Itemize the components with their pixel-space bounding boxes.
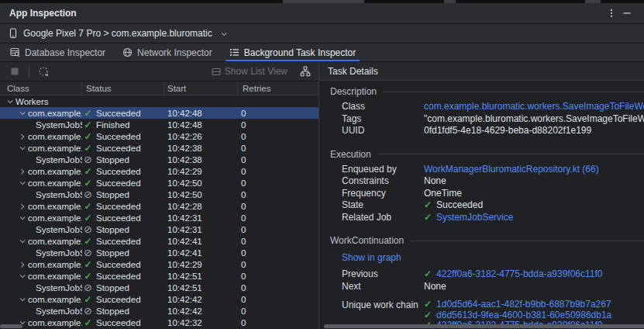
detail-label: Next	[342, 281, 424, 293]
options-menu-icon[interactable]	[604, 5, 619, 21]
worker-class-label: SystemJobS	[36, 120, 82, 130]
worker-retries: 0	[238, 109, 314, 118]
worker-class-cell: SystemJobS	[0, 155, 82, 164]
chain-work-link[interactable]: d6d5613d-9fea-4600-b381-60e50986db1a	[436, 310, 611, 320]
status-icon: ✓	[83, 237, 93, 246]
chevron-icon[interactable]	[16, 216, 28, 220]
table-row[interactable]: com.example.bl ✓ Succeeded 10:42:26 0	[0, 130, 319, 142]
task-details-header: Task Details	[319, 62, 644, 81]
detail-row: Related Job ✓SystemJobService	[342, 212, 644, 224]
chevron-icon[interactable]	[16, 134, 28, 138]
detail-value-text[interactable]: com.example.bluromatic.workers.SaveImage…	[424, 101, 644, 112]
table-row[interactable]: com.example.bl ✓ Succeeded 10:42:42 0	[0, 293, 319, 305]
worker-start-time: 10:42:51	[164, 283, 238, 293]
worker-retries: 0	[238, 260, 314, 269]
table-row[interactable]: SystemJobS ⊘ Stopped 10:42:38 0	[0, 154, 319, 165]
tab-background-task-inspector[interactable]: Background Task Inspector	[221, 43, 365, 61]
minimize-icon[interactable]	[619, 5, 635, 21]
table-row[interactable]: com.example.bl ✓ Succeeded 10:42:32 0	[0, 317, 319, 328]
detail-value: None	[424, 281, 446, 293]
chevron-icon[interactable]	[16, 204, 28, 208]
worker-class-label: com.example.bl	[28, 260, 82, 269]
table-row[interactable]: com.example.bl ✓ Succeeded 10:42:29 0	[0, 258, 319, 270]
detail-row-next: Next None	[342, 281, 644, 293]
detail-label: Constraints	[342, 175, 424, 188]
chevron-icon[interactable]	[16, 169, 28, 173]
worker-class-label: com.example.bl	[28, 202, 82, 211]
worker-retries: 0	[238, 237, 314, 246]
tab-label: Network Inspector	[137, 47, 212, 58]
worker-retries: 0	[238, 167, 314, 176]
tab-network-inspector[interactable]: Network Inspector	[114, 43, 221, 61]
device-process-selector[interactable]: Google Pixel 7 Pro > com.example.bluroma…	[0, 24, 644, 43]
worker-rows: Workers com.example.bl ✓ Succeeded 10:42…	[0, 95, 319, 329]
worker-start-time: 10:42:48	[164, 109, 238, 118]
show-list-view-button[interactable]: Show List View	[212, 66, 288, 77]
detail-value-text: Succeeded	[436, 199, 483, 210]
status-label: Succeeded	[96, 213, 141, 223]
worker-retries: 0	[238, 318, 314, 327]
column-header-class[interactable]: Class	[0, 81, 82, 95]
table-row[interactable]: com.example.bl ✓ Succeeded 10:42:31 0	[0, 212, 319, 223]
table-row[interactable]: com.example.bl ✓ Succeeded 10:42:41 0	[0, 235, 319, 247]
worker-class-cell: com.example.bl	[0, 272, 82, 281]
table-row[interactable]: com.example.bl ✓ Succeeded 10:42:51 0	[0, 270, 319, 282]
chevron-icon[interactable]	[16, 146, 28, 150]
stop-inspector-button[interactable]	[6, 64, 23, 79]
column-header-start[interactable]: Start	[164, 81, 238, 95]
status-icon: ✓	[83, 144, 93, 153]
worker-class-cell: com.example.bl	[0, 237, 82, 246]
column-header-retries[interactable]: Retries	[238, 81, 314, 95]
chevron-icon[interactable]	[16, 297, 28, 301]
table-row[interactable]: SystemJobS ⊘ Stopped 10:42:42 0	[0, 305, 319, 317]
column-header-status[interactable]: Status	[82, 81, 164, 95]
worker-class-label: com.example.bl	[28, 272, 82, 281]
horizontal-scrollbar-thumb[interactable]	[0, 324, 22, 328]
chevron-icon[interactable]	[16, 274, 28, 278]
table-row[interactable]: com.example.bl ✓ Succeeded 10:42:50 0	[0, 177, 319, 189]
worker-status-cell: ⊘ Stopped	[82, 225, 164, 234]
worker-retries: 0	[238, 178, 314, 188]
worker-start-time: 10:42:48	[164, 120, 238, 130]
chain-work-link[interactable]: 1d0d5d64-aac1-482f-b9bb-6887b9b7a267	[436, 299, 611, 310]
table-row[interactable]: SystemJobS ⊘ Stopped 10:42:41 0	[0, 247, 319, 258]
task-list-toolbar: Show List View	[0, 62, 319, 81]
status-label: Stopped	[96, 306, 129, 316]
chevron-icon[interactable]	[16, 239, 28, 243]
chevron-icon[interactable]	[16, 262, 28, 266]
status-icon: ✓	[83, 213, 93, 223]
show-in-graph-link[interactable]: Show in graph	[342, 252, 401, 263]
status-label: Succeeded	[96, 202, 141, 211]
worker-class-cell: SystemJobS	[0, 283, 82, 293]
horizontal-scrollbar-thumb[interactable]	[324, 324, 644, 328]
chevron-down-icon	[218, 32, 229, 36]
tab-label: Database Inspector	[25, 47, 105, 58]
worker-start-time: 10:42:32	[164, 318, 238, 327]
worker-class-label: SystemJobS	[36, 155, 82, 164]
detail-label: State	[342, 199, 424, 212]
chevron-icon[interactable]	[16, 111, 28, 115]
detail-row: Frequency OneTime	[342, 188, 644, 200]
table-row[interactable]: com.example.bl ✓ Succeeded 10:42:48 0	[0, 107, 319, 119]
check-icon: ✓	[424, 299, 432, 310]
table-row[interactable]: SystemJobS ✓ Finished 10:42:48 0	[0, 119, 319, 130]
detail-row: State ✓Succeeded	[342, 199, 644, 212]
group-row-workers[interactable]: Workers	[0, 95, 319, 107]
worker-status-cell: ✓ Succeeded	[82, 202, 164, 211]
table-row[interactable]: com.example.bl ✓ Succeeded 10:42:28 0	[0, 200, 319, 212]
chevron-down-icon[interactable]	[4, 99, 15, 103]
table-row[interactable]: com.example.bl ✓ Succeeded 10:42:38 0	[0, 142, 319, 154]
table-row[interactable]: SystemJobS ⊘ Stopped 10:42:31 0	[0, 223, 319, 235]
worker-status-cell: ⊘ Stopped	[82, 155, 164, 164]
previous-work-link[interactable]: 422ff0a6-3182-4775-bdda-a939f06c11f0	[436, 268, 602, 279]
table-row[interactable]: SystemJobS ⊘ Stopped 10:42:51 0	[0, 282, 319, 293]
table-row[interactable]: SystemJobS ⊘ Stopped 10:42:50 0	[0, 189, 319, 200]
detail-value-text[interactable]: WorkManagerBluromaticRepository.kt (66)	[424, 164, 599, 175]
detail-value-text[interactable]: SystemJobService	[436, 212, 513, 223]
table-row[interactable]: com.example.bl ✓ Succeeded 10:42:29 0	[0, 165, 319, 177]
live-updates-button[interactable]	[35, 64, 52, 79]
show-graph-view-button[interactable]	[297, 64, 314, 79]
chevron-icon[interactable]	[16, 181, 28, 185]
tab-database-inspector[interactable]: Database Inspector	[2, 43, 114, 61]
worker-class-label: SystemJobS	[36, 225, 82, 234]
